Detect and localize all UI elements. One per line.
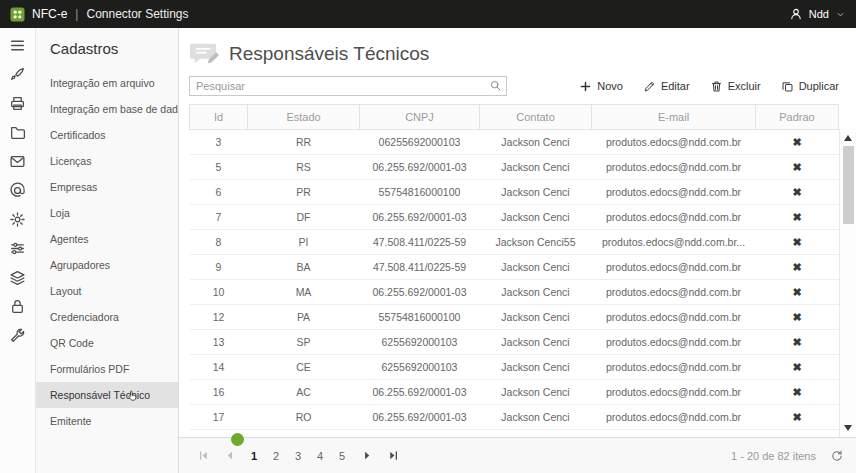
- cell-email: produtos.edocs@ndd.com.br: [592, 405, 756, 430]
- at-icon[interactable]: [9, 182, 26, 199]
- cell-contato: Jackson Cenci: [480, 255, 592, 280]
- cell-cnpj: 06.255.692/0001-03: [360, 205, 480, 230]
- sidebar-item-responsavel-tecnico[interactable]: Responsável Técnico: [36, 382, 178, 408]
- vertical-scrollbar[interactable]: [839, 129, 856, 437]
- wrench-icon[interactable]: [9, 327, 26, 344]
- menu-icon[interactable]: [9, 37, 26, 54]
- cell-contato: Jackson Cenci: [480, 180, 592, 205]
- cell-id: 7: [190, 205, 248, 230]
- cell-contato: Jackson Cenci: [480, 130, 592, 155]
- main-content: Responsáveis Técnicos NovoEditarExcluirD…: [179, 28, 856, 473]
- title-divider: |: [75, 7, 78, 21]
- cell-id: 3: [190, 130, 248, 155]
- scrollbar-thumb[interactable]: [843, 146, 854, 224]
- sidebar-item-emitente[interactable]: Emitente: [36, 408, 178, 434]
- table-row[interactable]: 14CE6255692000103Jackson Cenciprodutos.e…: [190, 355, 839, 380]
- not-default-icon: ✖: [792, 311, 801, 323]
- table-row[interactable]: 8PI47.508.411/0225-59Jackson Cenci55prod…: [190, 230, 839, 255]
- last-page-button[interactable]: [381, 444, 405, 468]
- column-header-id[interactable]: Id: [190, 105, 248, 130]
- sidebar-item-integracao-em-base-de-dados[interactable]: Integração em base de dados: [36, 96, 178, 122]
- table-row[interactable]: 3RR06255692000103Jackson Cenciprodutos.e…: [190, 130, 839, 155]
- novo-button[interactable]: Novo: [572, 78, 630, 95]
- first-page-button[interactable]: [191, 444, 215, 468]
- page-button-3[interactable]: 3: [287, 444, 309, 468]
- layers-icon[interactable]: [9, 269, 26, 286]
- cell-estado: PI: [248, 230, 360, 255]
- page-button-2[interactable]: 2: [265, 444, 287, 468]
- sidebar-item-loja[interactable]: Loja: [36, 200, 178, 226]
- sidebar-item-agentes[interactable]: Agentes: [36, 226, 178, 252]
- column-header-cnpj[interactable]: CNPJ: [360, 105, 480, 130]
- table-row[interactable]: 5RS06.255.692/0001-03Jackson Cenciprodut…: [190, 155, 839, 180]
- sidebar-item-formularios-pdf[interactable]: Formulários PDF: [36, 356, 178, 382]
- app-window: NFC-e | Connector Settings Ndd Cadastros…: [0, 0, 856, 473]
- cell-estado: PR: [248, 180, 360, 205]
- duplicar-button[interactable]: Duplicar: [774, 78, 846, 95]
- button-label: Excluir: [728, 80, 761, 92]
- scrollbar-track[interactable]: [840, 144, 856, 422]
- not-default-icon: ✖: [792, 286, 801, 298]
- sidebar-item-qr-code[interactable]: QR Code: [36, 330, 178, 356]
- table-row[interactable]: 13SP6255692000103Jackson Cenciprodutos.e…: [190, 330, 839, 355]
- table-row[interactable]: 6PR55754816000100Jackson Cenciprodutos.e…: [190, 180, 839, 205]
- cell-email: produtos.edocs@ndd.com.br: [592, 155, 756, 180]
- column-header-e-mail[interactable]: E-mail: [592, 105, 756, 130]
- table-row[interactable]: 16AC06.255.692/0001-03Jackson Cenciprodu…: [190, 380, 839, 405]
- chevron-down-icon: [835, 9, 846, 20]
- cell-id: 14: [190, 355, 248, 380]
- cell-estado: DF: [248, 205, 360, 230]
- scrollbar-down-button[interactable]: [841, 422, 856, 434]
- cell-contato: Jackson Cenci: [480, 405, 592, 430]
- next-page-button[interactable]: [355, 444, 379, 468]
- not-default-icon: ✖: [792, 386, 801, 398]
- printer-icon[interactable]: [9, 95, 26, 112]
- sidebar-item-certificados[interactable]: Certificados: [36, 122, 178, 148]
- table-row[interactable]: 7DF06.255.692/0001-03Jackson Cenciprodut…: [190, 205, 839, 230]
- lock-icon[interactable]: [9, 298, 26, 315]
- table-row[interactable]: 9BA47.508.411/0225-59Jackson Cenciprodut…: [190, 255, 839, 280]
- column-header-estado[interactable]: Estado: [248, 105, 360, 130]
- brush-icon[interactable]: [9, 66, 26, 83]
- user-menu[interactable]: Ndd: [789, 7, 846, 21]
- cell-contato: Jackson Cenci: [480, 305, 592, 330]
- mail-icon[interactable]: [9, 153, 26, 170]
- table-row[interactable]: 17RO06.255.692/0001-03Jackson Cenciprodu…: [190, 405, 839, 430]
- table-row-partial[interactable]: 18AP55754816000100Jackson Cenciprodutos.…: [190, 430, 839, 438]
- triangle-up-icon: [844, 135, 852, 141]
- cell-contato: Jackson Cenci: [480, 280, 592, 305]
- sidebar-item-agrupadores[interactable]: Agrupadores: [36, 252, 178, 278]
- table-area: IdEstadoCNPJContatoE-mailPadrao 3RR06255…: [179, 104, 856, 437]
- cell-estado: SP: [248, 330, 360, 355]
- icon-rail: [0, 28, 36, 473]
- cell-cnpj: 47.508.411/0225-59: [360, 230, 480, 255]
- sidebar-item-licencas[interactable]: Licenças: [36, 148, 178, 174]
- refresh-button[interactable]: [830, 449, 844, 463]
- cell-padrao: ✖: [756, 380, 839, 405]
- page-button-1[interactable]: 1: [243, 444, 265, 468]
- sidebar-item-empresas[interactable]: Empresas: [36, 174, 178, 200]
- gear-icon[interactable]: [9, 211, 26, 228]
- sidebar-item-layout[interactable]: Layout: [36, 278, 178, 304]
- sliders-icon[interactable]: [9, 240, 26, 257]
- cell-padrao: ✖: [756, 255, 839, 280]
- cell-contato: Jackson Cenci: [480, 430, 592, 438]
- not-default-icon: ✖: [792, 211, 801, 223]
- sidebar-item-integracao-em-arquivo[interactable]: Integração em arquivo: [36, 70, 178, 96]
- table-body: 3RR06255692000103Jackson Cenciprodutos.e…: [190, 130, 839, 438]
- column-header-contato[interactable]: Contato: [480, 105, 592, 130]
- scrollbar-up-button[interactable]: [841, 132, 856, 144]
- page-button-5[interactable]: 5: [331, 444, 353, 468]
- page-button-4[interactable]: 4: [309, 444, 331, 468]
- editar-button[interactable]: Editar: [636, 78, 697, 95]
- excluir-button[interactable]: Excluir: [703, 78, 768, 95]
- search-input[interactable]: [189, 76, 507, 96]
- table-row[interactable]: 12PA55754816000100Jackson Cenciprodutos.…: [190, 305, 839, 330]
- cell-padrao: ✖: [756, 130, 839, 155]
- column-header-padrao[interactable]: Padrao: [756, 105, 839, 130]
- previous-page-button[interactable]: [217, 444, 241, 468]
- folder-icon[interactable]: [9, 124, 26, 141]
- cell-estado: AC: [248, 380, 360, 405]
- sidebar-item-credenciadora[interactable]: Credenciadora: [36, 304, 178, 330]
- table-row[interactable]: 10MA06.255.692/0001-03Jackson Cenciprodu…: [190, 280, 839, 305]
